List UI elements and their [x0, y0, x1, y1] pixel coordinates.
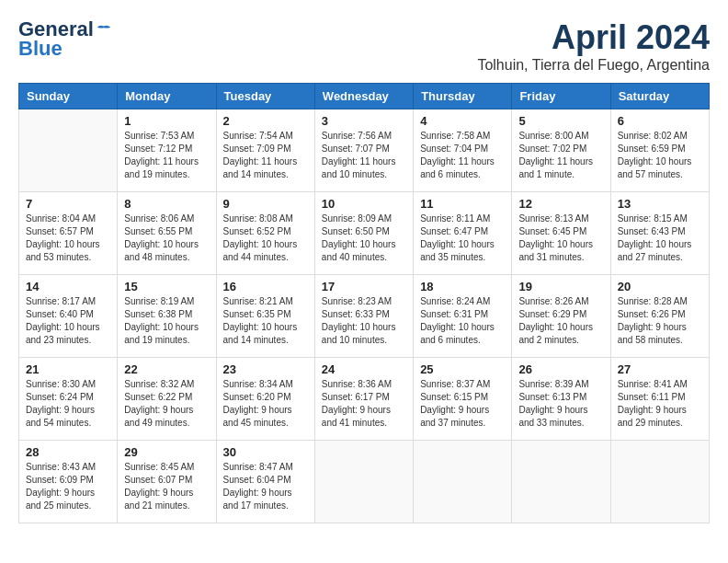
calendar-cell — [19, 109, 118, 192]
calendar-cell — [610, 441, 709, 523]
calendar-cell: 28Sunrise: 8:43 AM Sunset: 6:09 PM Dayli… — [19, 441, 118, 523]
day-number: 13 — [618, 197, 702, 211]
day-number: 28 — [26, 445, 110, 459]
calendar-cell: 7Sunrise: 8:04 AM Sunset: 6:57 PM Daylig… — [19, 192, 118, 275]
day-number: 30 — [223, 445, 308, 459]
day-number: 22 — [124, 362, 209, 376]
weekday-header-saturday: Saturday — [610, 84, 709, 109]
calendar-cell: 22Sunrise: 8:32 AM Sunset: 6:22 PM Dayli… — [118, 358, 216, 441]
day-info: Sunrise: 8:41 AM Sunset: 6:11 PM Dayligh… — [618, 378, 702, 430]
day-number: 25 — [420, 362, 505, 376]
day-info: Sunrise: 8:24 AM Sunset: 6:31 PM Dayligh… — [420, 295, 505, 347]
day-info: Sunrise: 8:02 AM Sunset: 6:59 PM Dayligh… — [618, 130, 702, 181]
day-info: Sunrise: 8:37 AM Sunset: 6:15 PM Dayligh… — [420, 378, 505, 430]
calendar-cell: 14Sunrise: 8:17 AM Sunset: 6:40 PM Dayli… — [19, 275, 118, 358]
day-number: 24 — [322, 362, 406, 376]
day-number: 8 — [124, 197, 209, 211]
weekday-header-thursday: Thursday — [414, 84, 512, 109]
day-number: 2 — [223, 114, 308, 128]
day-number: 10 — [322, 197, 406, 211]
day-number: 6 — [618, 114, 702, 128]
calendar-cell — [512, 441, 610, 523]
day-number: 5 — [518, 114, 603, 128]
title-block: April 2024 Tolhuin, Tierra del Fuego, Ar… — [477, 18, 710, 74]
calendar-cell: 3Sunrise: 7:56 AM Sunset: 7:07 PM Daylig… — [314, 109, 413, 192]
day-number: 20 — [618, 280, 702, 293]
calendar-cell: 11Sunrise: 8:11 AM Sunset: 6:47 PM Dayli… — [414, 192, 512, 275]
day-number: 17 — [322, 280, 406, 293]
calendar-week-3: 14Sunrise: 8:17 AM Sunset: 6:40 PM Dayli… — [19, 275, 710, 358]
day-info: Sunrise: 8:13 AM Sunset: 6:45 PM Dayligh… — [518, 213, 603, 264]
day-number: 23 — [223, 362, 308, 376]
calendar-cell: 30Sunrise: 8:47 AM Sunset: 6:04 PM Dayli… — [216, 441, 314, 523]
day-number: 9 — [223, 197, 308, 211]
day-number: 11 — [420, 197, 505, 211]
calendar-cell: 20Sunrise: 8:28 AM Sunset: 6:26 PM Dayli… — [610, 275, 709, 358]
day-number: 27 — [618, 362, 702, 376]
day-info: Sunrise: 8:17 AM Sunset: 6:40 PM Dayligh… — [26, 295, 110, 347]
weekday-header-monday: Monday — [118, 84, 216, 109]
day-info: Sunrise: 8:43 AM Sunset: 6:09 PM Dayligh… — [26, 461, 110, 512]
day-number: 21 — [26, 362, 110, 376]
month-title: April 2024 — [477, 18, 710, 57]
day-info: Sunrise: 8:09 AM Sunset: 6:50 PM Dayligh… — [322, 213, 406, 264]
day-info: Sunrise: 8:15 AM Sunset: 6:43 PM Dayligh… — [618, 213, 702, 264]
calendar-cell — [414, 441, 512, 523]
calendar-cell: 12Sunrise: 8:13 AM Sunset: 6:45 PM Dayli… — [512, 192, 610, 275]
calendar-week-4: 21Sunrise: 8:30 AM Sunset: 6:24 PM Dayli… — [19, 358, 710, 441]
day-number: 12 — [518, 197, 603, 211]
weekday-header-sunday: Sunday — [19, 84, 118, 109]
weekday-header-friday: Friday — [512, 84, 610, 109]
day-number: 18 — [420, 280, 505, 293]
calendar-cell: 29Sunrise: 8:45 AM Sunset: 6:07 PM Dayli… — [118, 441, 216, 523]
day-info: Sunrise: 8:30 AM Sunset: 6:24 PM Dayligh… — [26, 378, 110, 430]
logo-text: General — [18, 18, 112, 40]
calendar-cell: 21Sunrise: 8:30 AM Sunset: 6:24 PM Dayli… — [19, 358, 118, 441]
calendar-cell: 18Sunrise: 8:24 AM Sunset: 6:31 PM Dayli… — [414, 275, 512, 358]
day-info: Sunrise: 8:21 AM Sunset: 6:35 PM Dayligh… — [223, 295, 308, 347]
day-info: Sunrise: 8:11 AM Sunset: 6:47 PM Dayligh… — [420, 213, 505, 264]
day-number: 19 — [518, 280, 603, 293]
calendar-week-5: 28Sunrise: 8:43 AM Sunset: 6:09 PM Dayli… — [19, 441, 710, 523]
calendar-cell: 26Sunrise: 8:39 AM Sunset: 6:13 PM Dayli… — [512, 358, 610, 441]
day-number: 16 — [223, 280, 308, 293]
day-info: Sunrise: 8:26 AM Sunset: 6:29 PM Dayligh… — [518, 295, 603, 347]
day-info: Sunrise: 8:45 AM Sunset: 6:07 PM Dayligh… — [124, 461, 209, 512]
day-number: 15 — [124, 280, 209, 293]
day-info: Sunrise: 8:28 AM Sunset: 6:26 PM Dayligh… — [618, 295, 702, 347]
calendar-cell: 13Sunrise: 8:15 AM Sunset: 6:43 PM Dayli… — [610, 192, 709, 275]
logo-bird-icon — [96, 22, 112, 39]
day-info: Sunrise: 8:08 AM Sunset: 6:52 PM Dayligh… — [223, 213, 308, 264]
day-number: 7 — [26, 197, 110, 211]
day-info: Sunrise: 8:39 AM Sunset: 6:13 PM Dayligh… — [518, 378, 603, 430]
day-info: Sunrise: 7:54 AM Sunset: 7:09 PM Dayligh… — [223, 130, 308, 181]
calendar-cell: 19Sunrise: 8:26 AM Sunset: 6:29 PM Dayli… — [512, 275, 610, 358]
day-number: 26 — [518, 362, 603, 376]
day-number: 1 — [124, 114, 209, 128]
day-info: Sunrise: 8:06 AM Sunset: 6:55 PM Dayligh… — [124, 213, 209, 264]
calendar-cell: 2Sunrise: 7:54 AM Sunset: 7:09 PM Daylig… — [216, 109, 314, 192]
day-info: Sunrise: 8:04 AM Sunset: 6:57 PM Dayligh… — [26, 213, 110, 264]
day-info: Sunrise: 8:00 AM Sunset: 7:02 PM Dayligh… — [518, 130, 603, 181]
calendar-cell: 17Sunrise: 8:23 AM Sunset: 6:33 PM Dayli… — [314, 275, 413, 358]
location-title: Tolhuin, Tierra del Fuego, Argentina — [477, 57, 710, 74]
calendar-cell: 6Sunrise: 8:02 AM Sunset: 6:59 PM Daylig… — [610, 109, 709, 192]
calendar-cell — [314, 441, 413, 523]
weekday-header-tuesday: Tuesday — [216, 84, 314, 109]
calendar-cell: 23Sunrise: 8:34 AM Sunset: 6:20 PM Dayli… — [216, 358, 314, 441]
calendar-cell: 1Sunrise: 7:53 AM Sunset: 7:12 PM Daylig… — [118, 109, 216, 192]
calendar-week-2: 7Sunrise: 8:04 AM Sunset: 6:57 PM Daylig… — [19, 192, 710, 275]
day-info: Sunrise: 7:53 AM Sunset: 7:12 PM Dayligh… — [124, 130, 209, 181]
calendar-cell: 8Sunrise: 8:06 AM Sunset: 6:55 PM Daylig… — [118, 192, 216, 275]
calendar-cell: 5Sunrise: 8:00 AM Sunset: 7:02 PM Daylig… — [512, 109, 610, 192]
day-info: Sunrise: 8:36 AM Sunset: 6:17 PM Dayligh… — [322, 378, 406, 430]
calendar-header: SundayMondayTuesdayWednesdayThursdayFrid… — [19, 84, 710, 109]
calendar-cell: 16Sunrise: 8:21 AM Sunset: 6:35 PM Dayli… — [216, 275, 314, 358]
day-number: 4 — [420, 114, 505, 128]
day-info: Sunrise: 7:56 AM Sunset: 7:07 PM Dayligh… — [322, 130, 406, 181]
day-number: 29 — [124, 445, 209, 459]
day-info: Sunrise: 8:19 AM Sunset: 6:38 PM Dayligh… — [124, 295, 209, 347]
page-header: General Blue April 2024 Tolhuin, Tierra … — [18, 18, 710, 74]
calendar-cell: 24Sunrise: 8:36 AM Sunset: 6:17 PM Dayli… — [314, 358, 413, 441]
calendar-cell: 4Sunrise: 7:58 AM Sunset: 7:04 PM Daylig… — [414, 109, 512, 192]
